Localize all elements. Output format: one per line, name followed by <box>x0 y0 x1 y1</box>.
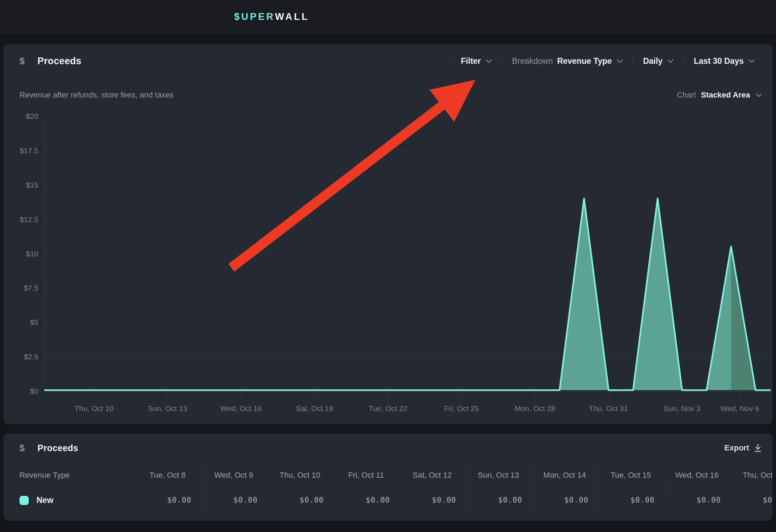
chevron-down-icon <box>756 93 762 97</box>
dashboard: $UPERWALL $ Proceeds Filter Breakdown Re… <box>0 0 776 532</box>
column-header: Wed, Oct 16 <box>664 462 730 488</box>
value-cell: $0.00 <box>333 488 400 513</box>
x-axis-label: Sun, Oct 13 <box>132 404 203 414</box>
y-axis-label: $2.5 <box>4 352 38 361</box>
column-header: Sat, Oct 12 <box>399 462 466 488</box>
x-axis-label: Tue, Oct 22 <box>353 404 424 414</box>
column-header: Wed, Oct 9 <box>201 462 267 488</box>
y-axis-label: $20 <box>4 112 38 121</box>
value-cell: $0.00 <box>466 488 532 513</box>
value-cell: $0.00 <box>730 488 773 513</box>
x-axis-label: Sat, Oct 19 <box>279 404 350 414</box>
x-axis-label: Mon, Oct 28 <box>500 404 571 414</box>
legend-swatch <box>20 496 29 505</box>
chevron-down-icon <box>617 59 623 63</box>
y-axis-label: $12.5 <box>4 215 38 224</box>
header-divider <box>4 78 772 78</box>
x-axis-label: Thu, Oct 31 <box>573 404 644 414</box>
chart-type-label: Chart <box>677 90 696 100</box>
y-axis-label: $0 <box>4 387 38 396</box>
column-header: Thu, Oct 17 <box>730 462 773 488</box>
column-header: Mon, Oct 14 <box>532 462 598 488</box>
column-header: Thu, Oct 10 <box>267 462 333 488</box>
granularity-value: Daily <box>643 56 662 66</box>
chart-subtitle: Revenue after refunds, store fees, and t… <box>20 90 174 100</box>
y-axis-label: $5 <box>4 318 38 327</box>
proceeds-table-card: $ Proceeds Export Revenue TypeTue, Oct 8… <box>4 433 772 521</box>
x-axis-label: Thu, Oct 10 <box>59 404 130 414</box>
x-axis-label: Fri, Oct 25 <box>426 404 497 414</box>
chevron-down-icon <box>667 59 673 63</box>
column-header: Fri, Oct 11 <box>333 462 400 488</box>
logo-accent: $UPER <box>234 11 275 22</box>
chart-header-controls: Filter Breakdown Revenue Type Daily Last… <box>451 44 765 78</box>
dollar-icon: $ <box>20 443 24 454</box>
dollar-icon: $ <box>20 56 24 67</box>
column-header: Tue, Oct 15 <box>598 462 664 488</box>
granularity-control[interactable]: Daily <box>633 56 683 66</box>
top-bar: $UPERWALL <box>0 0 776 34</box>
proceeds-chart-card: $ Proceeds Filter Breakdown Revenue Type… <box>4 44 772 424</box>
y-axis-label: $7.5 <box>4 283 38 293</box>
value-cell: $0.00 <box>267 488 333 513</box>
table-card-title: Proceeds <box>37 443 78 453</box>
value-cell: $0.00 <box>399 488 466 513</box>
superwall-logo: $UPERWALL <box>234 0 309 34</box>
row-label: New <box>37 495 53 505</box>
logo-rest: WALL <box>275 11 309 22</box>
date-range-value: Last 30 Days <box>694 56 744 66</box>
export-label: Export <box>724 443 749 453</box>
chart-type-value: Stacked Area <box>701 90 750 100</box>
x-axis-label: Wed, Nov 6 <box>704 404 772 414</box>
breakdown-value: Revenue Type <box>557 56 612 66</box>
chart-card-title: Proceeds <box>37 56 81 67</box>
column-header: Revenue Type <box>4 462 134 488</box>
value-cell: $0.00 <box>532 488 598 513</box>
breakdown-control[interactable]: Breakdown Revenue Type <box>502 56 633 66</box>
date-range-control[interactable]: Last 30 Days <box>684 56 765 66</box>
value-cell: $0.00 <box>134 488 201 513</box>
column-header: Tue, Oct 8 <box>134 462 201 488</box>
filter-label: Filter <box>461 56 481 66</box>
breakdown-label: Breakdown <box>512 56 553 66</box>
export-button[interactable]: Export <box>724 433 762 462</box>
value-cell: $0.00 <box>598 488 664 513</box>
chevron-down-icon <box>749 59 755 63</box>
table-card-header: $ Proceeds <box>4 433 772 462</box>
table-divider <box>4 513 772 513</box>
download-icon <box>754 444 762 452</box>
chart-type-control[interactable]: Chart Stacked Area <box>677 90 762 100</box>
column-header: Sun, Oct 13 <box>466 462 532 488</box>
y-axis-label: $17.5 <box>4 146 38 155</box>
value-cell: $0.00 <box>201 488 267 513</box>
table-row[interactable]: New <box>4 488 150 513</box>
x-axis-label: Wed, Oct 16 <box>205 404 276 414</box>
chart-plot-svg <box>44 116 771 397</box>
y-axis-label: $10 <box>4 249 38 259</box>
filter-control[interactable]: Filter <box>451 56 502 66</box>
chart-plot[interactable] <box>44 116 771 397</box>
y-axis-label: $15 <box>4 181 38 190</box>
chevron-down-icon <box>486 59 492 63</box>
value-cell: $0.00 <box>664 488 730 513</box>
table-grid: Revenue TypeTue, Oct 8Wed, Oct 9Thu, Oct… <box>4 462 772 513</box>
